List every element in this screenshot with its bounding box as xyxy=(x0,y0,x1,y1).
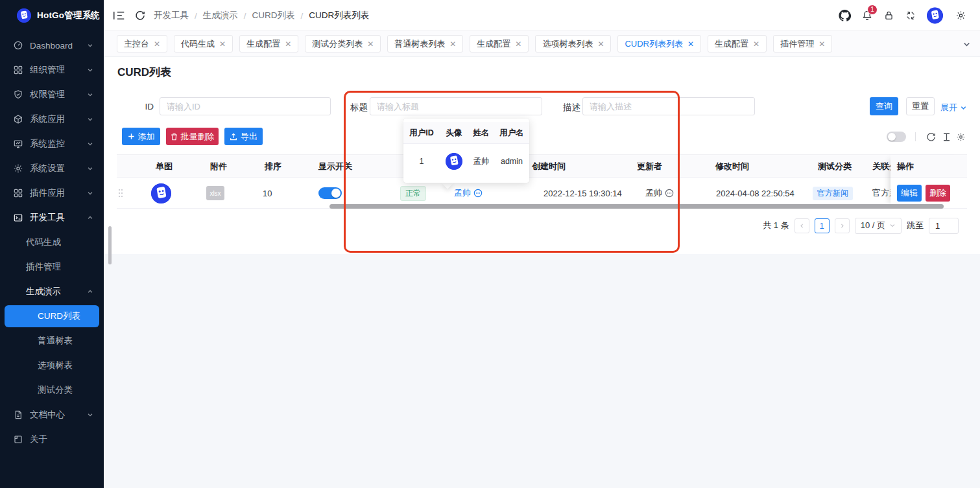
breadcrumb-item[interactable]: 生成演示 xyxy=(203,10,238,21)
sidebar-item-about[interactable]: 关于 xyxy=(0,427,104,452)
prev-page-button[interactable] xyxy=(795,218,809,233)
sidebar-item-plugin-manage[interactable]: 插件管理 xyxy=(0,255,104,279)
brand[interactable]: HotGo管理系统 xyxy=(0,0,104,31)
sidebar-item-settings[interactable]: 系统设置 xyxy=(0,156,104,181)
close-icon[interactable]: ✕ xyxy=(449,40,456,48)
title-filter-input[interactable] xyxy=(370,97,542,115)
search-button[interactable]: 查询 xyxy=(870,97,898,115)
tab-console[interactable]: 主控台✕ xyxy=(117,35,167,52)
jump-page-input[interactable] xyxy=(929,218,959,234)
column-header-updated-at[interactable]: 修改时间 xyxy=(715,155,749,178)
column-header-updater[interactable]: 更新者 xyxy=(637,155,662,178)
display-toggle[interactable] xyxy=(318,187,342,199)
horizontal-scrollbar-thumb[interactable] xyxy=(329,204,944,209)
tab-plugin-manage[interactable]: 插件管理✕ xyxy=(773,35,832,52)
chevron-up-icon xyxy=(87,215,93,221)
sidebar-item-dashboard[interactable]: Dashboard xyxy=(0,33,104,58)
export-button[interactable]: 导出 xyxy=(224,128,263,145)
notification-bell-icon[interactable]: 1 xyxy=(861,10,873,21)
tab-cudr-list-active[interactable]: CUDR列表列表✕ xyxy=(617,35,701,52)
breadcrumb-item[interactable]: 开发工具 xyxy=(154,10,189,21)
tab-gen-config-2[interactable]: 生成配置✕ xyxy=(470,35,529,52)
row-attachment-chip[interactable]: xlsx xyxy=(206,178,224,209)
refresh-icon[interactable] xyxy=(135,10,145,21)
add-button[interactable]: 添加 xyxy=(122,128,160,145)
chevron-down-icon xyxy=(87,190,93,196)
frame-icon xyxy=(13,434,23,445)
table-header: 单图 附件 排序 显示开关 状态 创建者 创建时间 更新者 修改时间 测试分类 … xyxy=(117,154,967,178)
vertical-scrollbar-thumb[interactable] xyxy=(108,226,112,264)
settings-gear-icon[interactable] xyxy=(955,10,966,21)
table-settings-gear-icon[interactable] xyxy=(956,132,966,142)
close-icon[interactable]: ✕ xyxy=(687,40,694,48)
next-page-button[interactable] xyxy=(835,218,850,233)
close-icon[interactable]: ✕ xyxy=(219,40,226,48)
column-header-image[interactable]: 单图 xyxy=(156,155,173,178)
row-image-thumbnail[interactable] xyxy=(151,178,171,209)
sidebar-item-org[interactable]: 组织管理 xyxy=(0,58,104,82)
tab-gen-config-1[interactable]: 生成配置✕ xyxy=(239,35,298,52)
column-header-created-at[interactable]: 创建时间 xyxy=(532,155,566,178)
reset-button[interactable]: 重置 xyxy=(906,97,935,115)
edit-button[interactable]: 编辑 xyxy=(897,185,922,202)
sidebar-item-monitor[interactable]: 系统监控 xyxy=(0,132,104,156)
column-header-sort[interactable]: 排序 xyxy=(265,155,281,178)
batch-delete-button[interactable]: 批量删除 xyxy=(166,128,219,145)
creator-link[interactable]: 孟帅 xyxy=(454,187,483,199)
close-icon[interactable]: ✕ xyxy=(154,40,160,48)
close-icon[interactable]: ✕ xyxy=(753,40,759,48)
expand-link[interactable]: 展开 xyxy=(940,102,967,113)
table-reload-icon[interactable] xyxy=(926,132,936,142)
popover-user-id: 1 xyxy=(403,144,440,179)
close-icon[interactable]: ✕ xyxy=(285,40,291,48)
fullscreen-icon[interactable] xyxy=(905,10,916,21)
user-info-popover: 用户ID 头像 姓名 用户名 1 孟帅 admin xyxy=(403,119,529,183)
page-number-button[interactable]: 1 xyxy=(815,218,830,233)
close-icon[interactable]: ✕ xyxy=(367,40,374,48)
page-size-select[interactable]: 10 / 页 xyxy=(855,218,902,234)
collapse-menu-icon[interactable] xyxy=(113,10,125,21)
tab-code-gen[interactable]: 代码生成✕ xyxy=(174,35,233,52)
sidebar-item-plugin-app[interactable]: 插件应用 xyxy=(0,181,104,205)
tab-option-tree-list[interactable]: 选项树表列表✕ xyxy=(535,35,611,52)
popover-avatar xyxy=(440,144,468,179)
tab-list-chevron-down-icon[interactable] xyxy=(962,31,971,57)
id-filter-input[interactable] xyxy=(160,97,331,115)
tab-normal-tree-list[interactable]: 普通树表列表✕ xyxy=(387,35,463,52)
column-header-switch[interactable]: 显示开关 xyxy=(318,155,352,178)
updater-link[interactable]: 孟帅 xyxy=(645,187,674,199)
sidebar-item-permission[interactable]: 权限管理 xyxy=(0,82,104,107)
breadcrumb: 开发工具 / 生成演示 / CURD列表 / CUDR列表列表 xyxy=(154,0,369,31)
close-icon[interactable]: ✕ xyxy=(515,40,521,48)
sidebar-item-system-app[interactable]: 系统应用 xyxy=(0,107,104,132)
sidebar-item-gen-demo[interactable]: 生成演示 xyxy=(0,279,104,304)
sidebar-item-doc-center[interactable]: 文档中心 xyxy=(0,402,104,427)
tab-test-category-list[interactable]: 测试分类列表✕ xyxy=(305,35,381,52)
github-icon[interactable] xyxy=(839,9,851,21)
export-icon xyxy=(230,133,237,141)
delete-button[interactable]: 删除 xyxy=(926,185,950,202)
sidebar-item-test-category[interactable]: 测试分类 xyxy=(0,378,104,402)
table-density-icon[interactable] xyxy=(942,132,951,142)
sidebar-item-option-tree[interactable]: 选项树表 xyxy=(0,353,104,378)
lock-icon[interactable] xyxy=(883,10,894,21)
sidebar-item-normal-tree[interactable]: 普通树表 xyxy=(0,329,104,353)
sidebar-item-curd-list[interactable]: CURD列表 xyxy=(5,305,99,327)
avatar[interactable] xyxy=(927,7,943,23)
breadcrumb-item[interactable]: CURD列表 xyxy=(252,10,295,21)
shield-check-icon xyxy=(13,89,23,100)
category-badge: 官方新闻 xyxy=(813,187,853,200)
sidebar-item-devtools[interactable]: 开发工具 xyxy=(0,205,104,230)
drag-handle-icon[interactable] xyxy=(118,178,123,209)
topbar: 开发工具 / 生成演示 / CURD列表 / CUDR列表列表 1 xyxy=(104,0,980,31)
desc-filter-input[interactable] xyxy=(582,97,755,115)
table-striped-toggle[interactable] xyxy=(887,132,906,142)
tab-gen-config-3[interactable]: 生成配置✕ xyxy=(708,35,767,52)
close-icon[interactable]: ✕ xyxy=(819,40,825,48)
popover-col-user-id: 用户ID xyxy=(403,122,440,144)
sidebar-item-code-gen[interactable]: 代码生成 xyxy=(0,230,104,255)
column-header-test-category[interactable]: 测试分类 xyxy=(818,155,852,178)
column-header-attachment[interactable]: 附件 xyxy=(210,155,227,178)
close-icon[interactable]: ✕ xyxy=(597,40,604,48)
notification-badge: 1 xyxy=(867,5,878,15)
